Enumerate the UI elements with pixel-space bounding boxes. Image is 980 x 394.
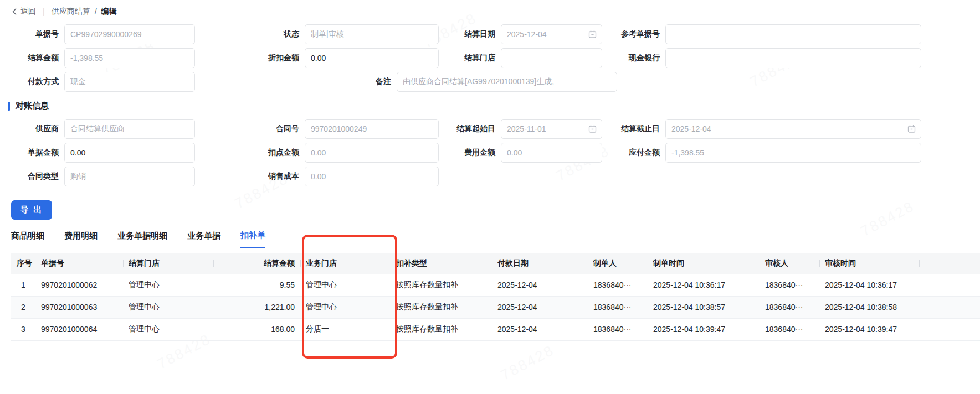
col-header-create-time: 制单时间 (648, 253, 760, 274)
table-header-row: 序号 单据号 结算门店 结算金额 业务门店 扣补类型 付款日期 制单人 制单时间… (11, 253, 980, 274)
deduct-amount-input[interactable] (305, 143, 439, 163)
col-header-settle-amount: 结算金额 (213, 253, 300, 274)
tab-product-detail[interactable]: 商品明细 (11, 231, 44, 248)
cash-bank-input[interactable] (665, 48, 921, 68)
table-cell: 按照库存数量扣补 (391, 296, 492, 318)
sales-cost-label: 销售成本 (207, 172, 305, 182)
table-cell: 2025-12-04 10:39:47 (648, 318, 760, 340)
doc-no-label: 单据号 (11, 29, 64, 39)
settle-amount-input[interactable] (64, 48, 195, 68)
payable-amount-input[interactable] (665, 143, 921, 163)
tab-fee-detail[interactable]: 费用明细 (64, 231, 98, 248)
settle-end-field (665, 119, 921, 139)
detail-tabs: 商品明细 费用明细 业务单据明细 业务单据 扣补单 (11, 229, 980, 248)
table-row[interactable]: 3 9970201000064 管理中心 168.00 分店一 按照库存数量扣补… (11, 318, 980, 340)
table-cell: 1 (11, 274, 35, 296)
settle-store-label: 结算门店 (451, 53, 501, 63)
table-cell: 管理中心 (300, 274, 391, 296)
table-cell: 1836840··· (588, 318, 648, 340)
chevron-left-icon (11, 8, 18, 15)
table-row[interactable]: 2 9970201000063 管理中心 1,221.00 管理中心 按照库存数… (11, 296, 980, 318)
table-cell: 2025-12-04 10:36:17 (648, 274, 760, 296)
calendar-icon[interactable] (907, 125, 916, 133)
deduct-amount-label: 扣点金额 (207, 148, 305, 158)
status-input[interactable] (305, 24, 439, 44)
col-header-creator: 制单人 (588, 253, 648, 274)
table-cell: 管理中心 (300, 296, 391, 318)
tab-business-doc[interactable]: 业务单据 (187, 231, 220, 248)
ref-doc-no-label: 参考单据号 (614, 29, 665, 39)
reconcile-row-2: 单据金额 扣点金额 费用金额 应付金额 (11, 143, 980, 163)
table-cell: 9.55 (213, 274, 300, 296)
table-cell: 9970201000062 (35, 274, 123, 296)
watermark-text: 788428 (498, 341, 557, 384)
breadcrumb-section[interactable]: 供应商结算 (52, 7, 90, 17)
doc-amount-label: 单据金额 (11, 148, 64, 158)
table-cell: 2025-12-04 (492, 318, 588, 340)
breadcrumb-divider: | (43, 7, 45, 16)
table-cell (919, 296, 980, 318)
table-cell (919, 274, 980, 296)
col-header-business-store: 业务门店 (300, 253, 391, 274)
settle-store-input[interactable] (501, 48, 602, 68)
reconcile-section-label: 对账信息 (16, 101, 49, 111)
col-header-filler (919, 253, 980, 274)
table-cell: 2025-12-04 (492, 274, 588, 296)
discount-amount-label: 折扣金额 (207, 53, 305, 63)
doc-no-input[interactable] (64, 24, 195, 44)
deduction-table: 序号 单据号 结算门店 结算金额 业务门店 扣补类型 付款日期 制单人 制单时间… (11, 253, 980, 341)
settle-date-field (501, 24, 602, 44)
table-cell (919, 318, 980, 340)
table-cell: 按照库存数量扣补 (391, 274, 492, 296)
col-header-seq: 序号 (11, 253, 35, 274)
table-cell: 9970201000064 (35, 318, 123, 340)
back-button[interactable]: 返回 (11, 7, 36, 17)
table-cell: 管理中心 (123, 318, 213, 340)
doc-amount-input[interactable] (64, 143, 195, 163)
table-cell: 2025-12-04 10:38:58 (819, 296, 919, 318)
settle-amount-label: 结算金额 (11, 53, 64, 63)
pay-method-label: 付款方式 (11, 77, 64, 87)
col-header-settle-store: 结算门店 (123, 253, 213, 274)
pay-method-input[interactable] (64, 72, 195, 92)
sales-cost-input[interactable] (305, 167, 439, 186)
table-cell: 3 (11, 318, 35, 340)
calendar-icon[interactable] (588, 125, 597, 133)
table-cell: 2025-12-04 (492, 296, 588, 318)
fee-amount-input[interactable] (501, 143, 602, 163)
contract-no-input[interactable] (305, 119, 439, 139)
table-row[interactable]: 1 9970201000062 管理中心 9.55 管理中心 按照库存数量扣补 … (11, 274, 980, 296)
export-button[interactable]: 导 出 (11, 200, 52, 220)
table-cell: 168.00 (213, 318, 300, 340)
supplier-input[interactable] (64, 119, 195, 139)
ref-doc-no-input[interactable] (665, 24, 921, 44)
page-title: 编辑 (101, 7, 117, 17)
table-cell: 2025-12-04 10:36:17 (819, 274, 919, 296)
settle-start-field (501, 119, 602, 139)
cash-bank-label: 现金银行 (614, 53, 665, 63)
calendar-icon[interactable] (588, 30, 597, 39)
contract-type-label: 合同类型 (11, 172, 64, 182)
col-header-deduction-type: 扣补类型 (391, 253, 492, 274)
table-cell: 1836840··· (760, 318, 819, 340)
reconcile-row-3: 合同类型 销售成本 (11, 167, 980, 186)
settle-date-label: 结算日期 (451, 29, 501, 39)
contract-type-input[interactable] (64, 167, 195, 186)
contract-no-label: 合同号 (207, 124, 305, 134)
table-cell: 1836840··· (588, 296, 648, 318)
remark-input[interactable] (397, 72, 617, 92)
settle-end-input[interactable] (665, 119, 921, 139)
supplier-label: 供应商 (11, 124, 64, 134)
tab-business-doc-detail[interactable]: 业务单据明细 (117, 231, 167, 248)
table-cell: 1,221.00 (213, 296, 300, 318)
table-cell: 1836840··· (760, 296, 819, 318)
settle-start-label: 结算起始日 (451, 124, 501, 134)
settle-start-input[interactable] (501, 119, 602, 139)
supplier-settlement-edit-page: 788428 788428 788428 788428 788428 78842… (0, 0, 980, 394)
settle-date-input[interactable] (501, 24, 602, 44)
payable-amount-label: 应付金额 (614, 148, 665, 158)
tab-deduction-doc[interactable]: 扣补单 (240, 230, 265, 248)
discount-amount-input[interactable] (305, 48, 439, 68)
form-row-2: 结算金额 折扣金额 结算门店 现金银行 (11, 48, 980, 68)
breadcrumb-separator: / (95, 7, 97, 16)
